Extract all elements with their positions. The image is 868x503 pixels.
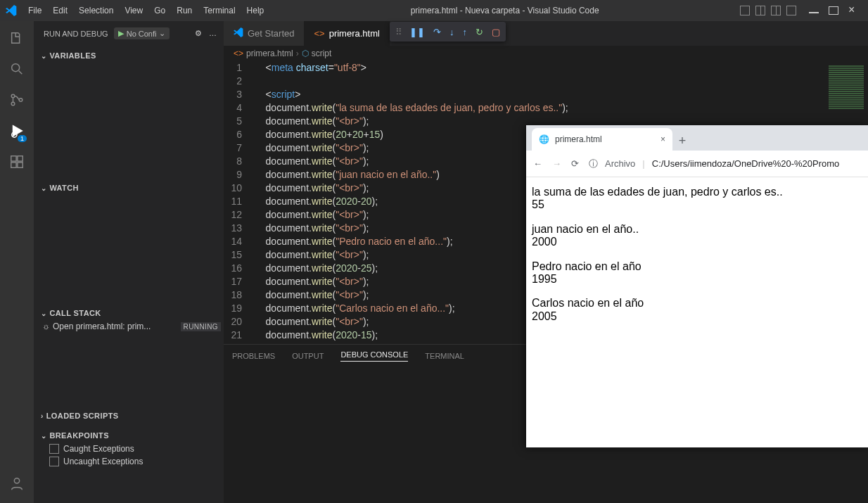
panel-callstack[interactable]: ⌄CALL STACK ☼ Open primera.html: prim...… <box>34 303 224 336</box>
thread-icon: ☼ <box>42 321 50 331</box>
output-line: 1995 <box>532 273 862 286</box>
editor-tabs: Get Started <> primera.html <box>224 21 868 46</box>
tab-label: Get Started <box>248 28 294 39</box>
step-out-icon[interactable]: ↑ <box>463 27 468 37</box>
globe-icon: 🌐 <box>539 134 549 144</box>
sidebar-title: RUN AND DEBUG <box>44 30 108 38</box>
gear-icon[interactable]: ⚙ <box>195 29 202 38</box>
reload-button[interactable]: ⟳ <box>571 158 579 169</box>
debug-badge: 1 <box>18 135 27 142</box>
url-scheme: Archivo <box>605 158 635 169</box>
chevron-down-icon: ⌄ <box>41 432 46 440</box>
browser-window: 🌐 primera.html × + ← → ⟳ ⓘ Archivo | C:/… <box>526 125 868 447</box>
run-config-label: No Confi <box>127 30 157 38</box>
breakpoint-caught[interactable]: Caught Exceptions <box>34 442 224 455</box>
breakpoint-uncaught[interactable]: Uncaught Exceptions <box>34 455 224 468</box>
panel-breakpoints[interactable]: ⌄BREAKPOINTS Caught Exceptions Uncaught … <box>34 426 224 471</box>
checkbox[interactable] <box>49 444 59 454</box>
more-icon[interactable]: … <box>209 29 217 38</box>
play-icon: ▶ <box>118 29 124 38</box>
menu-file[interactable]: File <box>23 6 47 15</box>
activity-run-debug[interactable]: 1 <box>6 120 28 142</box>
window-minimize-button[interactable] <box>809 12 819 13</box>
html-file-icon: <> <box>234 49 243 58</box>
menu-run[interactable]: Run <box>171 6 198 15</box>
svg-point-9 <box>14 478 19 483</box>
forward-button[interactable]: → <box>552 158 561 169</box>
tab-get-started[interactable]: Get Started <box>224 21 304 46</box>
chevron-down-icon: ⌄ <box>41 184 46 192</box>
checkbox[interactable] <box>49 457 59 466</box>
loaded-scripts-title: LOADED SCRIPTS <box>46 412 119 420</box>
browser-content: la suma de las edades de juan, pedro y c… <box>526 177 868 331</box>
window-close-button[interactable]: × <box>848 6 858 8</box>
step-over-icon[interactable]: ↷ <box>433 27 441 37</box>
menubar: File Edit Selection View Go Run Terminal… <box>0 0 868 21</box>
bp-label: Caught Exceptions <box>63 444 134 454</box>
menu-help[interactable]: Help <box>241 6 270 15</box>
breadcrumb-symbol: script <box>312 49 332 58</box>
window-title: primera.html - Nueva carpeta - Visual St… <box>269 6 740 15</box>
panel-watch[interactable]: ⌄WATCH <box>34 178 224 198</box>
step-into-icon[interactable]: ↓ <box>449 27 454 37</box>
grip-icon[interactable]: ⠿ <box>395 27 401 37</box>
vscode-icon <box>234 27 243 39</box>
chevron-down-icon: ⌄ <box>41 310 46 317</box>
vscode-icon <box>6 5 17 16</box>
sidebar-run-debug: RUN AND DEBUG ▶ No Confi ⌄ ⚙ … ⌄VARIABLE… <box>34 21 224 503</box>
output-line: Pedro nacio en el año <box>532 260 862 273</box>
activity-search[interactable] <box>6 58 28 80</box>
close-icon[interactable]: × <box>660 134 665 144</box>
panel-problems[interactable]: PROBLEMS <box>232 352 275 360</box>
activity-extensions[interactable] <box>6 151 28 173</box>
symbol-icon: ⬡ <box>302 49 309 58</box>
svg-point-3 <box>19 98 23 102</box>
new-tab-button[interactable]: + <box>672 131 692 151</box>
stop-icon[interactable]: ▢ <box>492 27 500 37</box>
activity-accounts[interactable] <box>6 472 28 495</box>
watch-title: WATCH <box>49 184 79 192</box>
browser-tab-title: primera.html <box>555 134 602 144</box>
output-line: Carlos nacio en el año <box>532 297 862 310</box>
layout-icons[interactable] <box>740 6 796 15</box>
panel-output[interactable]: OUTPUT <box>292 352 324 360</box>
panel-variables[interactable]: ⌄VARIABLES <box>34 46 224 65</box>
tab-primera[interactable]: <> primera.html <box>304 21 389 46</box>
activity-bar: 1 <box>0 21 34 503</box>
svg-rect-8 <box>18 163 23 167</box>
debug-toolbar[interactable]: ⠿ ❚❚ ↷ ↓ ↑ ↻ ▢ <box>390 22 506 42</box>
sidebar-header: RUN AND DEBUG ▶ No Confi ⌄ ⚙ … <box>34 21 224 46</box>
chevron-down-icon: ⌄ <box>159 29 165 38</box>
menu-view[interactable]: View <box>119 6 148 15</box>
menu-selection[interactable]: Selection <box>73 6 119 15</box>
activity-explorer[interactable] <box>6 27 28 49</box>
back-button[interactable]: ← <box>533 158 542 169</box>
panel-terminal[interactable]: TERMINAL <box>425 352 464 360</box>
restart-icon[interactable]: ↻ <box>476 27 483 37</box>
menu-terminal[interactable]: Terminal <box>198 6 241 15</box>
menu-go[interactable]: Go <box>148 6 171 15</box>
svg-point-0 <box>12 64 20 72</box>
panel-debug-console[interactable]: DEBUG CONSOLE <box>340 350 408 362</box>
activity-scm[interactable] <box>6 89 28 111</box>
svg-point-1 <box>11 94 15 98</box>
browser-tab[interactable]: 🌐 primera.html × <box>532 128 672 151</box>
window-maximize-button[interactable] <box>829 6 838 15</box>
tab-label: primera.html <box>329 28 380 39</box>
minimap[interactable] <box>829 65 864 108</box>
callstack-row[interactable]: ☼ Open primera.html: prim... RUNNING <box>34 320 224 333</box>
callstack-label: Open primera.html: prim... <box>53 321 151 331</box>
breadcrumb[interactable]: <> primera.html › ⬡ script <box>224 46 868 61</box>
bp-label: Uncaught Exceptions <box>63 457 143 466</box>
menu-edit[interactable]: Edit <box>47 6 73 15</box>
pause-icon[interactable]: ❚❚ <box>409 27 425 37</box>
svg-point-2 <box>11 102 15 106</box>
chevron-down-icon: ⌄ <box>41 52 46 60</box>
panel-loaded-scripts[interactable]: ›LOADED SCRIPTS <box>34 406 224 426</box>
svg-rect-5 <box>11 156 16 161</box>
html-file-icon: <> <box>314 28 324 39</box>
info-icon[interactable]: ⓘ <box>589 158 598 170</box>
url-text[interactable]: C:/Users/iimendoza/OneDrive%20-%20Promo <box>652 158 840 169</box>
run-config-selector[interactable]: ▶ No Confi ⌄ <box>114 27 170 39</box>
output-line: 2000 <box>532 236 862 248</box>
